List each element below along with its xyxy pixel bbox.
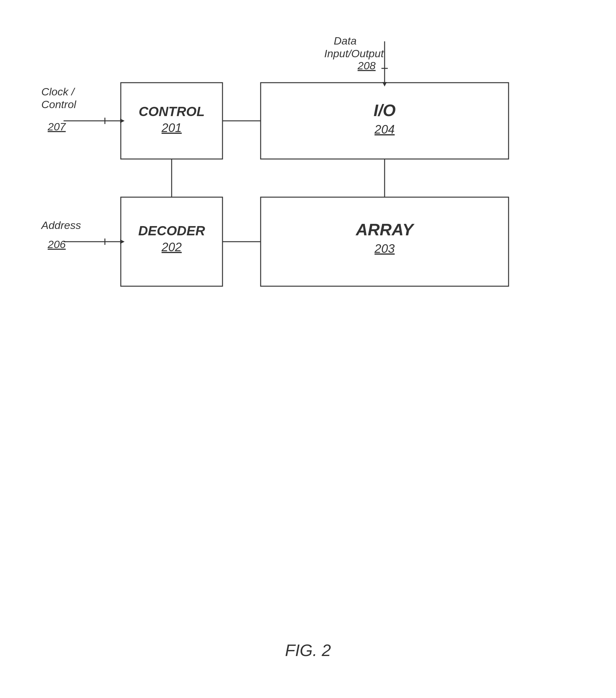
svg-rect-2 (121, 197, 223, 286)
svg-marker-11 (382, 82, 387, 86)
svg-text:Control: Control (41, 98, 76, 110)
svg-rect-3 (261, 197, 508, 286)
svg-text:DECODER: DECODER (138, 223, 205, 238)
svg-marker-8 (120, 239, 125, 244)
svg-text:202: 202 (161, 240, 182, 254)
svg-text:Input/Output: Input/Output (324, 47, 384, 59)
svg-rect-1 (261, 83, 508, 159)
svg-text:203: 203 (374, 242, 395, 255)
diagram-svg: CONTROL 201 I/O 204 DECODER 202 ARRAY 20… (32, 32, 572, 318)
svg-rect-0 (121, 83, 223, 159)
svg-text:204: 204 (374, 123, 395, 136)
svg-text:206: 206 (47, 238, 66, 250)
svg-text:ARRAY: ARRAY (355, 220, 415, 239)
svg-text:Data: Data (334, 35, 357, 47)
svg-text:207: 207 (47, 121, 66, 132)
svg-marker-5 (120, 118, 125, 123)
svg-text:208: 208 (357, 59, 376, 72)
svg-text:I/O: I/O (373, 101, 396, 120)
svg-text:Clock /: Clock / (41, 85, 75, 98)
diagram-container: CONTROL 201 I/O 204 DECODER 202 ARRAY 20… (32, 32, 572, 318)
svg-text:201: 201 (161, 121, 182, 135)
svg-text:Address: Address (41, 219, 81, 231)
figure-label: FIG. 2 (285, 641, 331, 660)
svg-text:CONTROL: CONTROL (139, 104, 205, 119)
